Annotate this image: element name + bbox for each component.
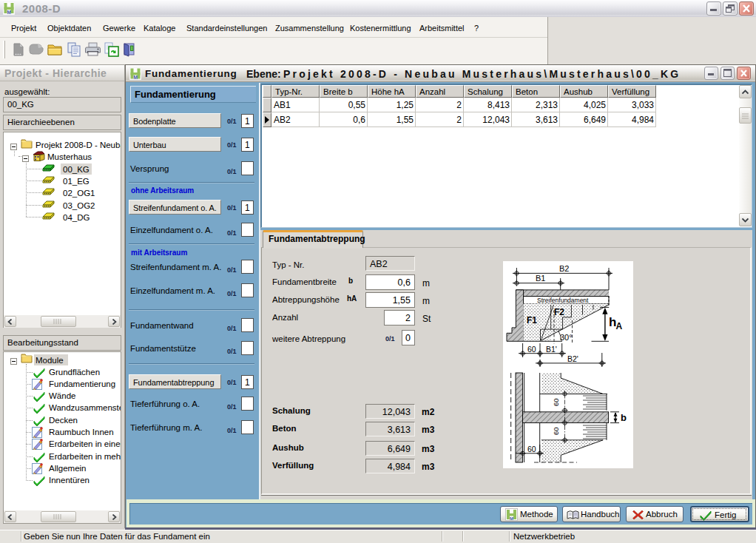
svg-text:60: 60 [527, 445, 536, 453]
svg-text:F1: F1 [527, 315, 537, 326]
svg-text:Streifenfundament: Streifenfundament [537, 297, 589, 304]
svg-text:b: b [621, 412, 627, 423]
svg-text:60: 60 [552, 398, 560, 406]
svg-text:M: M [134, 75, 138, 80]
svg-text:M: M [7, 10, 11, 15]
svg-text:60: 60 [527, 345, 536, 354]
svg-text:B1': B1' [546, 345, 557, 354]
svg-text:A: A [616, 321, 623, 331]
svg-text:30°: 30° [560, 333, 573, 342]
svg-text:60: 60 [552, 427, 560, 435]
svg-text:B1: B1 [536, 274, 545, 283]
svg-text:B2: B2 [559, 264, 569, 273]
svg-text:M: M [510, 516, 513, 521]
svg-text:B2': B2' [567, 354, 578, 363]
svg-text:F2: F2 [554, 307, 564, 317]
